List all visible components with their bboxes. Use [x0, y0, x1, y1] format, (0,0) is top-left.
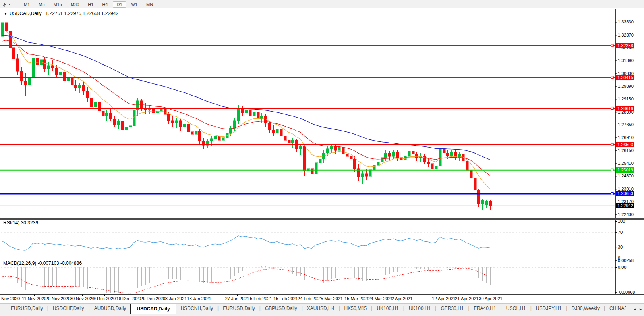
macd-histogram	[2, 266, 491, 293]
date-axis-label: 30 Nov 2020	[70, 296, 95, 301]
symbol-dropdown-icon[interactable]: ▼	[4, 12, 7, 16]
macd-axis-tick: 0.00	[618, 265, 626, 270]
sr-line-handle[interactable]	[611, 107, 613, 110]
date-axis-label: 24 Mar 2021	[368, 296, 393, 301]
price-level-label: 1.25019	[616, 167, 634, 173]
rsi-axis-tick: 70	[618, 230, 623, 235]
price-axis-tick: 1.24670	[618, 173, 634, 178]
date-axis-label: 2 Apr 2021	[391, 296, 412, 301]
price-axis-tick: 1.29150	[618, 96, 634, 101]
date-axis-label: 18 Dec 2020	[116, 296, 141, 301]
chart-title: ▼USDCAD,Daily1.22751 1.22975 1.22668 1.2…	[4, 11, 118, 16]
date-axis-label: 5 Feb 2021	[250, 296, 272, 301]
macd-axis-tick: 0.00258	[618, 258, 634, 263]
candlestick-series	[1, 17, 492, 210]
date-axis-label: 27 Jan 2021	[225, 296, 249, 301]
date-axis-label: 24 Feb 2021	[298, 296, 322, 301]
date-axis-label: 9 Dec 2020	[93, 296, 116, 301]
price-level-label: 1.32258	[616, 43, 634, 48]
price-axis-tick: 1.25410	[618, 161, 634, 166]
date-axis-label: 15 Feb 2021	[273, 296, 298, 301]
date-axis-label: 30 Apr 2021	[479, 296, 502, 301]
ma-slow-line	[2, 36, 490, 160]
macd-axis-tick: -0.00968	[618, 290, 635, 295]
tab-scroll-controls: ◂ ▸	[632, 307, 642, 311]
chart-canvas[interactable]	[0, 0, 644, 316]
rsi-axis-tick: 100	[618, 219, 625, 224]
date-axis-label: 20 Nov 2020	[46, 296, 70, 301]
rsi-indicator-label: RSI(14) 30.3239	[3, 220, 38, 225]
price-axis-tick: 1.26150	[618, 148, 634, 153]
date-axis-label: 8 Jan 2021	[165, 296, 187, 301]
sr-line-handle[interactable]	[611, 169, 613, 171]
date-axis-label: 15 Mar 2021	[344, 296, 369, 301]
date-axis-label: 21 Apr 2021	[455, 296, 478, 301]
chart-ohlc-values: 1.22751 1.22975 1.22668 1.22942	[46, 11, 119, 16]
price-axis-tick: 1.26910	[618, 135, 634, 140]
date-axis-label: 29 Dec 2020	[141, 296, 165, 301]
sr-line-handle[interactable]	[611, 192, 613, 195]
price-axis-tick: 1.22430	[618, 212, 634, 217]
price-level-label: 1.30415	[616, 75, 634, 80]
date-axis-label: 18 Jan 2021	[187, 296, 211, 301]
sr-lines	[0, 44, 616, 195]
rsi-line	[2, 236, 490, 250]
price-axis-tick: 1.33630	[618, 19, 634, 24]
mt4-terminal: ▼ M1M5M15M30H1H4D1W1MN ▼USDCAD,Daily1.22…	[0, 0, 644, 316]
date-axis-label: 11 Nov 2020	[22, 296, 46, 301]
sr-line-handle[interactable]	[611, 44, 613, 47]
chart-frame	[0, 9, 644, 303]
macd-signal-line	[2, 268, 490, 293]
macd-indicator-label: MACD(12,26,9) -0.007103 -0.004886	[3, 260, 82, 266]
tab-scroll-right-icon[interactable]: ▸	[640, 307, 642, 311]
price-axis-tick: 1.29890	[618, 84, 634, 89]
rsi-axis-tick: 30	[618, 245, 623, 249]
date-axis-label: 12 Apr 2021	[432, 296, 455, 301]
price-level-label: 1.26503	[616, 142, 634, 147]
price-axis-tick: 1.32870	[618, 33, 634, 37]
current-price-label: 1.22942	[616, 203, 634, 208]
price-level-label: 1.23653	[616, 191, 634, 196]
sr-line-handle[interactable]	[611, 76, 613, 79]
date-axis-label: 5 Mar 2021	[321, 296, 343, 301]
price-axis-tick: 1.31390	[618, 58, 634, 63]
sr-line-handle[interactable]	[611, 143, 613, 146]
chart-symbol-period: USDCAD,Daily	[10, 11, 42, 16]
date-axis-label: 2 Nov 2020	[0, 296, 20, 301]
price-level-label: 1.28616	[616, 106, 634, 111]
price-axis-tick: 1.27650	[618, 122, 634, 127]
tab-scroll-left-icon[interactable]: ◂	[634, 307, 636, 311]
